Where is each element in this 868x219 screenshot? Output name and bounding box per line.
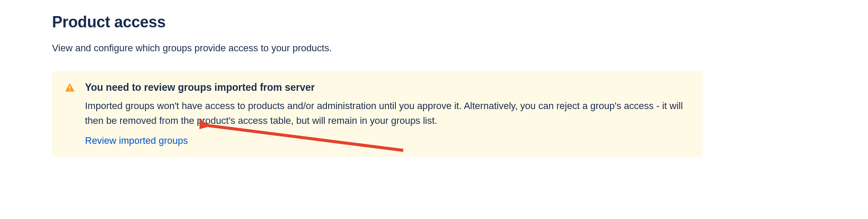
page-title: Product access — [52, 13, 702, 31]
warning-body: Imported groups won't have access to pro… — [85, 99, 690, 128]
page-description: View and configure which groups provide … — [52, 42, 702, 55]
warning-content: You need to review groups imported from … — [85, 81, 690, 146]
svg-rect-0 — [69, 86, 70, 89]
review-imported-groups-link[interactable]: Review imported groups — [85, 135, 188, 146]
warning-icon — [64, 81, 75, 95]
warning-title: You need to review groups imported from … — [85, 81, 690, 94]
svg-rect-1 — [69, 90, 70, 90]
warning-banner: You need to review groups imported from … — [52, 71, 702, 157]
product-access-page: Product access View and configure which … — [52, 13, 702, 157]
